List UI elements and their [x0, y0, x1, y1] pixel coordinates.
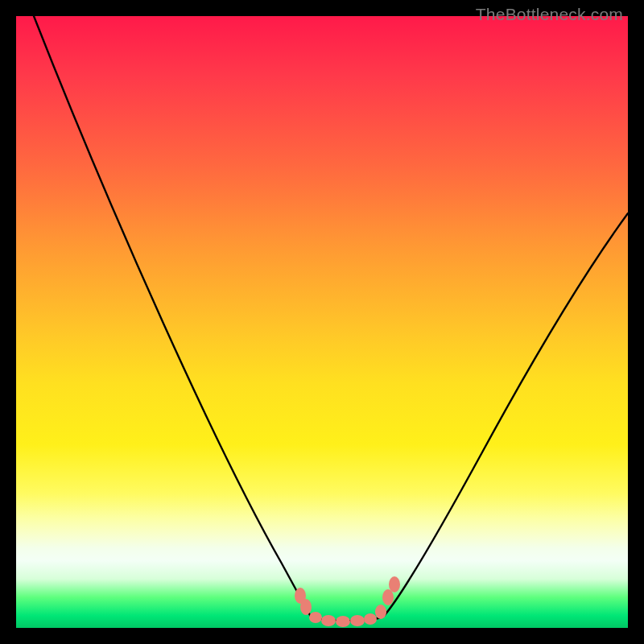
right-curve [385, 213, 628, 615]
dot-marker [389, 576, 400, 592]
dot-marker [300, 599, 312, 615]
dot-marker [350, 615, 365, 626]
left-curve [34, 16, 311, 617]
watermark-text: TheBottleneck.com [476, 5, 623, 24]
plot-area [16, 16, 628, 628]
dot-marker [375, 605, 386, 619]
dot-markers-group [295, 576, 400, 627]
dot-marker [336, 616, 350, 627]
dot-marker [364, 613, 377, 625]
dot-marker [309, 612, 322, 623]
dot-marker [321, 615, 336, 626]
chart-svg [16, 16, 628, 628]
dot-marker [382, 589, 394, 605]
